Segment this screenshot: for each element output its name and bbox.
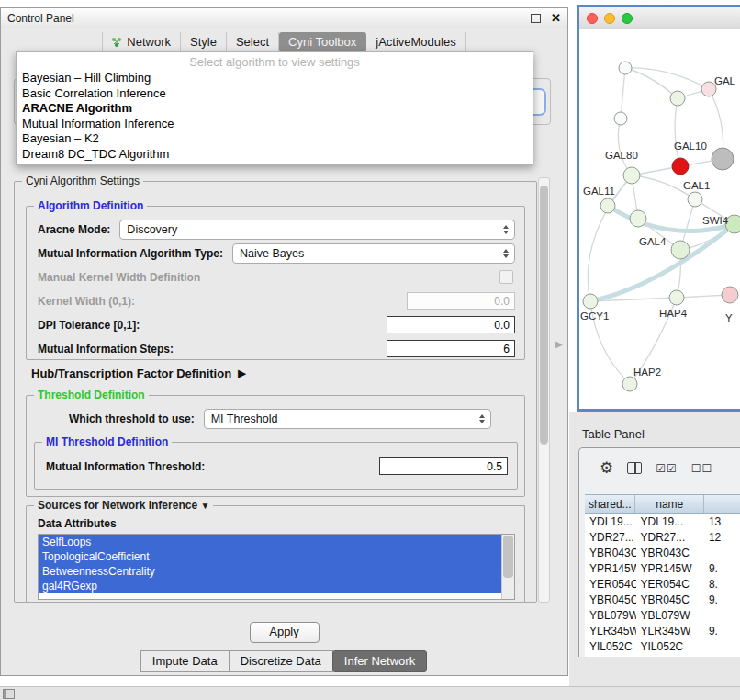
table-cell[interactable]: 13 — [704, 515, 740, 528]
splitpane-handle[interactable]: ▶ — [555, 339, 563, 349]
network-node[interactable] — [712, 148, 734, 170]
which-threshold-select[interactable]: MI Threshold — [204, 409, 491, 429]
column-header-name[interactable]: name — [635, 495, 704, 513]
network-node[interactable] — [623, 167, 640, 184]
table-row[interactable]: YBL079WYBL079W — [585, 607, 740, 623]
network-edge — [618, 119, 632, 175]
table-cell[interactable]: YIL052C — [636, 640, 704, 653]
table-cell[interactable]: YBR045C — [585, 593, 636, 606]
panel-toggle-icon[interactable] — [3, 689, 15, 699]
algorithm-option[interactable]: Mutual Information Inference — [17, 117, 533, 132]
network-node[interactable] — [583, 294, 598, 309]
sources-legend[interactable]: Sources for Network Inference ▼ — [34, 499, 213, 512]
algorithm-option-selected[interactable]: ARACNE Algorithm — [17, 101, 533, 117]
float-panel-icon[interactable] — [531, 14, 541, 23]
list-scrollbar[interactable] — [501, 535, 514, 599]
mac-minimize-icon[interactable] — [604, 13, 615, 24]
threshold-definition-group: Threshold Definition Which threshold to … — [26, 395, 525, 497]
table-row[interactable]: YIL052CYIL052C — [585, 638, 740, 654]
table-cell[interactable]: YLR345W — [585, 625, 636, 638]
data-attributes-list: SelfLoops TopologicalCoefficient Between… — [38, 534, 515, 600]
columns-icon[interactable] — [627, 462, 642, 474]
algorithm-option[interactable]: Bayesian – K2 — [17, 131, 533, 147]
select-all-icon[interactable]: ☑☑ — [656, 462, 678, 475]
table-cell[interactable]: YLR345W — [636, 625, 704, 638]
settings-scrollbar[interactable] — [538, 177, 550, 603]
tab-impute-data[interactable]: Impute Data — [140, 650, 230, 672]
table-cell[interactable]: YDR27... — [585, 531, 636, 544]
table-cell[interactable]: YIL052C — [585, 640, 636, 653]
network-view-window: GALGAL10GAL80GAL11GAL1SWI4GAL4GCY1HAP4YH… — [577, 5, 740, 412]
table-cell[interactable]: YDL19... — [585, 515, 636, 528]
table-row[interactable]: YBR045CYBR045C9. — [585, 592, 740, 607]
table-cell[interactable]: YBR043C — [636, 547, 704, 559]
mi-steps-field[interactable] — [387, 340, 515, 357]
table-row[interactable]: YLR345WYLR345W9. — [585, 623, 740, 638]
table-cell[interactable]: YBR043C — [585, 547, 636, 559]
dpi-tolerance-field[interactable] — [387, 316, 515, 333]
tab-network[interactable]: Network — [102, 32, 181, 51]
scrollbar-thumb[interactable] — [503, 536, 513, 578]
tab-select[interactable]: Select — [227, 32, 279, 51]
table-row[interactable]: YDL19...YDL19...13 — [585, 514, 740, 529]
network-node[interactable] — [670, 91, 685, 106]
mi-type-select[interactable]: Naive Bayes — [232, 243, 515, 264]
table-cell[interactable]: YBL079W — [585, 609, 636, 622]
table-row[interactable]: YPR145WYPR145W9. — [585, 560, 740, 576]
apply-button[interactable]: Apply — [250, 622, 320, 643]
attribute-item[interactable]: BetweennessCentrality — [39, 564, 502, 579]
column-header-extra[interactable] — [704, 495, 740, 513]
network-node[interactable] — [671, 241, 690, 259]
table-cell[interactable]: YER054C — [585, 578, 636, 591]
tab-style[interactable]: Style — [181, 32, 227, 51]
aracne-mode-select[interactable]: Discovery — [119, 220, 515, 240]
column-header-shared[interactable]: shared... — [585, 495, 635, 513]
tab-discretize-data[interactable]: Discretize Data — [229, 650, 333, 672]
attribute-item[interactable]: SelfLoops — [39, 535, 502, 549]
algorithm-option[interactable]: Basic Correlation Inference — [17, 86, 533, 102]
network-node-label: GAL10 — [674, 141, 707, 152]
table-cell[interactable]: YBR045C — [636, 593, 704, 606]
algorithm-option[interactable]: Bayesian – Hill Climbing — [17, 71, 533, 86]
mac-zoom-icon[interactable] — [622, 13, 633, 24]
network-node[interactable] — [630, 210, 646, 227]
table-cell[interactable]: 9. — [704, 625, 740, 638]
algorithm-option[interactable]: Dream8 DC_TDC Algorithm — [17, 147, 533, 163]
attribute-item[interactable]: TopologicalCoefficient — [39, 549, 502, 564]
network-canvas[interactable]: GALGAL10GAL80GAL11GAL1SWI4GAL4GCY1HAP4YH… — [579, 29, 740, 409]
attribute-item[interactable]: gal4RGexp — [39, 579, 502, 593]
table-cell[interactable]: YDL19... — [636, 515, 704, 528]
table-cell[interactable]: YPR145W — [585, 562, 636, 575]
bottom-status-strip — [0, 686, 740, 700]
deselect-all-icon[interactable]: ☐☐ — [691, 462, 713, 475]
table-cell[interactable]: 12 — [704, 531, 740, 544]
tab-infer-network[interactable]: Infer Network — [332, 650, 427, 672]
mi-type-label: Mutual Information Algorithm Type: — [38, 247, 223, 260]
network-node[interactable] — [622, 377, 637, 391]
table-row[interactable]: YBR043CYBR043C — [585, 545, 740, 560]
table-cell[interactable]: YDR27... — [636, 531, 704, 544]
close-icon[interactable]: ✕ — [551, 12, 561, 24]
network-node[interactable] — [619, 62, 632, 74]
table-cell[interactable]: YBL079W — [636, 609, 704, 622]
network-node[interactable] — [722, 287, 738, 303]
network-node[interactable] — [672, 158, 689, 175]
network-node[interactable] — [669, 290, 684, 305]
tab-jactivemodules[interactable]: jActiveModules — [366, 32, 465, 51]
mac-close-icon[interactable] — [587, 13, 598, 24]
network-node[interactable] — [614, 112, 627, 125]
table-cell[interactable]: YER054C — [636, 578, 704, 591]
gear-icon[interactable]: ⚙ — [600, 460, 613, 476]
tab-cyni-toolbox[interactable]: Cyni Toolbox — [279, 32, 366, 51]
hub-transcription-factor-section[interactable]: Hub/Transcription Factor Definition ▶ — [31, 367, 246, 380]
scrollbar-thumb[interactable] — [540, 186, 548, 445]
network-node[interactable] — [600, 198, 615, 213]
table-row[interactable]: YDR27...YDR27...12 — [585, 529, 740, 545]
table-cell[interactable]: YPR145W — [636, 562, 704, 575]
mi-threshold-field[interactable] — [379, 457, 508, 475]
table-row[interactable]: YER054CYER054C8. — [585, 576, 740, 592]
table-cell[interactable]: 9. — [704, 562, 740, 575]
network-node[interactable] — [688, 192, 702, 207]
table-cell[interactable]: 8. — [704, 578, 740, 591]
table-cell[interactable]: 9. — [704, 593, 740, 606]
